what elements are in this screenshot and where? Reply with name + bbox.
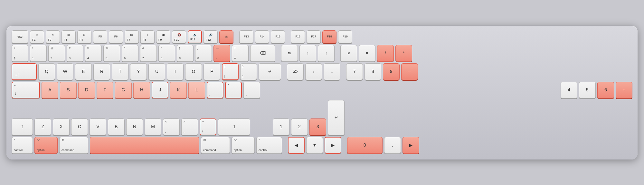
key-shift-left[interactable]: ⇧ bbox=[12, 118, 33, 135]
key-f13[interactable]: F13 bbox=[239, 30, 253, 43]
key-esc[interactable]: esc bbox=[12, 30, 28, 43]
key-f15[interactable]: F15 bbox=[271, 30, 285, 43]
key-f18[interactable]: F18 bbox=[322, 30, 336, 43]
key-num0[interactable]: 0 bbox=[347, 137, 383, 154]
key-slash[interactable]: ? / bbox=[200, 118, 216, 135]
key-arrow-right[interactable]: ▶ bbox=[325, 137, 341, 154]
key-pageup[interactable]: ↑ bbox=[318, 45, 335, 62]
key-pagedown[interactable]: ↓ bbox=[324, 63, 340, 80]
key-end[interactable]: ↓ bbox=[305, 63, 322, 80]
key-y[interactable]: Y bbox=[130, 63, 147, 80]
key-5[interactable]: % 5 bbox=[103, 45, 120, 62]
key-numequal[interactable]: = bbox=[359, 45, 375, 62]
key-z[interactable]: Z bbox=[34, 118, 51, 135]
key-nummultiply[interactable]: * bbox=[395, 45, 412, 62]
key-k[interactable]: K bbox=[170, 82, 187, 98]
key-comma[interactable]: < , bbox=[163, 118, 180, 135]
key-arrow-left[interactable]: ◀ bbox=[288, 137, 305, 154]
key-p[interactable]: P bbox=[204, 63, 220, 80]
key-backspace[interactable]: ⌫ bbox=[250, 45, 275, 62]
key-f5[interactable]: F5 bbox=[93, 30, 107, 43]
key-eject[interactable]: ⏏ bbox=[219, 30, 233, 43]
key-equal[interactable]: + = bbox=[232, 45, 249, 62]
key-f11[interactable]: 🔉 F11 bbox=[188, 30, 202, 43]
key-f2[interactable]: ☀ F2 bbox=[46, 30, 60, 43]
key-capslock[interactable]: ● ⇪ bbox=[12, 82, 40, 98]
key-f12[interactable]: 🔊 F12 bbox=[204, 30, 218, 43]
key-option-left[interactable]: ⌥ option bbox=[34, 137, 58, 154]
key-backslash[interactable]: \ bbox=[243, 82, 260, 98]
key-f16[interactable]: F16 bbox=[291, 30, 305, 43]
key-num9[interactable]: 9 bbox=[383, 63, 400, 80]
key-i[interactable]: I bbox=[167, 63, 184, 80]
key-m[interactable]: M bbox=[145, 118, 161, 135]
key-num7[interactable]: 7 bbox=[346, 63, 363, 80]
key-4[interactable]: $ 4 bbox=[85, 45, 102, 62]
key-semicolon[interactable]: : ; bbox=[207, 82, 223, 98]
key-f6[interactable]: F6 bbox=[109, 30, 123, 43]
key-f10[interactable]: 🔇 F10 bbox=[172, 30, 186, 43]
key-ctrl-left[interactable]: ^ control bbox=[12, 137, 33, 154]
key-num1[interactable]: 1 bbox=[273, 118, 289, 135]
key-home[interactable]: ↑ bbox=[299, 45, 316, 62]
key-1[interactable]: ! 1 bbox=[30, 45, 47, 62]
key-c[interactable]: C bbox=[71, 118, 88, 135]
key-h[interactable]: H bbox=[133, 82, 150, 98]
key-n[interactable]: N bbox=[126, 118, 143, 135]
key-o[interactable]: O bbox=[185, 63, 202, 80]
key-w[interactable]: W bbox=[57, 63, 73, 80]
key-minus[interactable]: — – bbox=[213, 45, 230, 62]
key-numright[interactable]: ▶ bbox=[402, 137, 419, 154]
key-close-bracket[interactable]: } ] bbox=[240, 63, 257, 80]
key-num2[interactable]: 2 bbox=[291, 118, 308, 135]
key-g[interactable]: G bbox=[115, 82, 132, 98]
key-f8[interactable]: ⏸ F8 bbox=[140, 30, 155, 43]
key-f1[interactable]: ☀ F1 bbox=[30, 30, 44, 43]
key-f19[interactable]: F19 bbox=[338, 30, 352, 43]
key-quote[interactable]: " ' bbox=[225, 82, 242, 98]
key-fwdel[interactable]: ⌦ bbox=[287, 63, 304, 80]
key-numminus[interactable]: – bbox=[401, 63, 418, 80]
key-l[interactable]: L bbox=[188, 82, 205, 98]
key-f[interactable]: F bbox=[97, 82, 113, 98]
key-section[interactable]: ± § bbox=[12, 45, 28, 62]
key-f7[interactable]: ⏮ F7 bbox=[125, 30, 139, 43]
key-tab[interactable]: →| bbox=[12, 63, 37, 80]
key-8[interactable]: * 8 bbox=[158, 45, 175, 62]
key-a[interactable]: A bbox=[42, 82, 58, 98]
key-numenter[interactable]: ↵ bbox=[328, 100, 345, 135]
key-option-right[interactable]: ⌥ option bbox=[232, 137, 255, 154]
key-7[interactable]: & 7 bbox=[140, 45, 157, 62]
key-d[interactable]: D bbox=[78, 82, 95, 98]
key-arrow-down[interactable]: ▼ bbox=[306, 137, 323, 154]
key-r[interactable]: R bbox=[93, 63, 110, 80]
key-s[interactable]: S bbox=[60, 82, 77, 98]
key-3[interactable]: # 3 bbox=[67, 45, 83, 62]
key-t[interactable]: T bbox=[112, 63, 128, 80]
key-command-left[interactable]: ⌘ command bbox=[59, 137, 88, 154]
key-f4[interactable]: ⊞ F4 bbox=[77, 30, 91, 43]
key-f3[interactable]: ⊞ F3 bbox=[62, 30, 76, 43]
key-num4[interactable]: 4 bbox=[561, 82, 577, 98]
key-ctrl-right[interactable]: ^ control bbox=[256, 137, 282, 154]
key-period[interactable]: > . bbox=[181, 118, 198, 135]
key-space[interactable] bbox=[90, 137, 199, 154]
key-v[interactable]: V bbox=[90, 118, 106, 135]
key-x[interactable]: X bbox=[53, 118, 70, 135]
key-numdivide[interactable]: / bbox=[377, 45, 394, 62]
key-9[interactable]: ( 9 bbox=[177, 45, 194, 62]
key-num6[interactable]: 6 bbox=[597, 82, 614, 98]
key-num8[interactable]: 8 bbox=[365, 63, 381, 80]
key-num3[interactable]: 3 bbox=[309, 118, 326, 135]
key-command-right[interactable]: ⌘ command bbox=[201, 137, 230, 154]
key-j[interactable]: J bbox=[152, 82, 168, 98]
key-f17[interactable]: F17 bbox=[307, 30, 321, 43]
key-shift-right[interactable]: ⇧ bbox=[218, 118, 250, 135]
key-f9[interactable]: ⏭ F9 bbox=[156, 30, 170, 43]
key-numdecimal[interactable]: . bbox=[384, 137, 401, 154]
key-u[interactable]: U bbox=[148, 63, 165, 80]
key-b[interactable]: B bbox=[108, 118, 125, 135]
key-fn[interactable]: fn bbox=[281, 45, 298, 62]
key-open-bracket[interactable]: { [ bbox=[222, 63, 239, 80]
key-0[interactable]: ) 0 bbox=[195, 45, 212, 62]
